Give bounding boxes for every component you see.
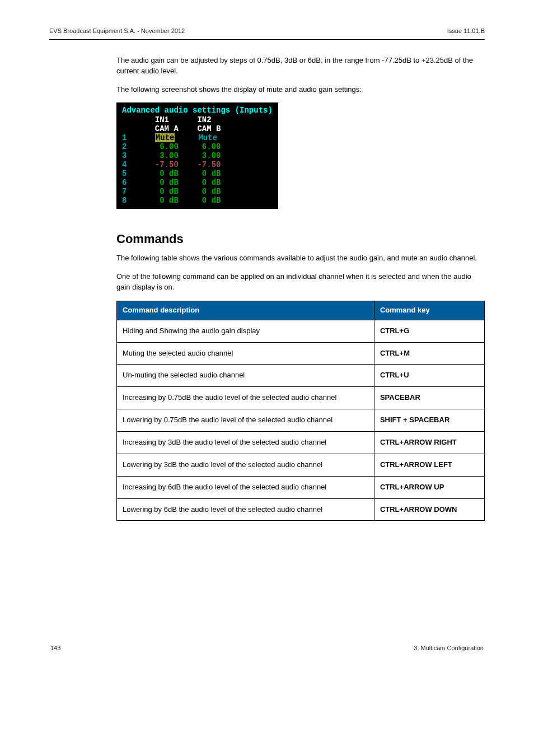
terminal-title: Advanced audio settings (Inputs) — [122, 106, 273, 115]
terminal-row-left: 0 dB — [155, 169, 179, 178]
terminal-row: 1 Mute Mute — [122, 133, 273, 142]
header-left: EVS Broadcast Equipment S.A. - November … — [49, 27, 185, 36]
terminal-row: 6 0 dB 0 dB — [122, 178, 273, 187]
table-header-key: Command key — [374, 301, 484, 320]
row-key: CTRL+ARROW UP — [374, 476, 484, 498]
table-row: Increasing by 3dB the audio level of the… — [117, 431, 485, 454]
row-description: Hiding and Showing the audio gain displa… — [117, 320, 374, 342]
section-heading: Commands — [116, 230, 485, 248]
terminal-row: 7 0 dB 0 dB — [122, 187, 273, 196]
section-para-1: The following table shows the various co… — [116, 253, 485, 264]
row-description: Increasing by 0.75dB the audio level of … — [117, 387, 374, 409]
table-row: Increasing by 6dB the audio level of the… — [117, 476, 485, 498]
row-key: CTRL+ARROW LEFT — [374, 454, 484, 476]
row-description: Lowering by 6dB the audio level of the s… — [117, 498, 374, 521]
table-row: Hiding and Showing the audio gain displa… — [117, 320, 485, 342]
terminal-row-right: 0 dB — [197, 169, 221, 178]
terminal-row: 2 6.00 6.00 — [122, 142, 273, 151]
row-key: CTRL+U — [374, 365, 484, 387]
terminal-row-right: -7.50 — [197, 160, 221, 169]
terminal-row: 4 -7.50 -7.50 — [122, 160, 273, 169]
header-right: Issue 11.01.B — [447, 27, 485, 36]
commands-table: Command description Command key Hiding a… — [116, 301, 485, 521]
terminal-row-left: 6.00 — [155, 142, 179, 151]
intro-para-1: The audio gain can be adjusted by steps … — [116, 55, 485, 77]
terminal-row: 3 3.00 3.00 — [122, 151, 273, 160]
table-row: Muting the selected audio channelCTRL+M — [117, 342, 485, 365]
terminal-row: 8 0 dB 0 dB — [122, 196, 273, 205]
table-header-desc: Command description — [117, 301, 374, 320]
row-description: Lowering by 0.75dB the audio level of th… — [117, 409, 374, 432]
row-key: CTRL+M — [374, 342, 484, 365]
terminal-row-right: 0 dB — [197, 196, 221, 205]
terminal-row: 5 0 dB 0 dB — [122, 169, 273, 178]
footer-section: 3. Multicam Configuration — [414, 644, 484, 653]
table-row: Lowering by 3dB the audio level of the s… — [117, 454, 485, 476]
row-key: CTRL+ARROW RIGHT — [374, 431, 484, 454]
row-description: Muting the selected audio channel — [117, 342, 374, 365]
terminal-row-right: 0 dB — [197, 178, 221, 187]
terminal-row-right: 6.00 — [197, 142, 221, 151]
terminal-row-right: 0 dB — [197, 187, 221, 196]
table-row: Lowering by 6dB the audio level of the s… — [117, 498, 485, 521]
page-header: EVS Broadcast Equipment S.A. - November … — [49, 27, 485, 40]
terminal-head1: IN1 IN2 — [122, 115, 273, 124]
terminal-row-left: Mute — [155, 133, 175, 142]
terminal-row-left: 0 dB — [155, 187, 179, 196]
row-key: SHIFT + SPACEBAR — [374, 409, 484, 432]
content-area: The audio gain can be adjusted by steps … — [116, 55, 485, 521]
page-footer: 143 3. Multicam Configuration — [49, 644, 485, 653]
row-key: SPACEBAR — [374, 387, 484, 409]
row-description: Increasing by 6dB the audio level of the… — [117, 476, 374, 498]
section-para-2: One of the following command can be appl… — [116, 272, 485, 293]
table-row: Increasing by 0.75dB the audio level of … — [117, 387, 485, 409]
row-description: Un-muting the selected audio channel — [117, 365, 374, 387]
row-key: CTRL+ARROW DOWN — [374, 498, 484, 521]
row-description: Increasing by 3dB the audio level of the… — [117, 431, 374, 454]
row-key: CTRL+G — [374, 320, 484, 342]
table-row: Lowering by 0.75dB the audio level of th… — [117, 409, 485, 432]
terminal-row-right: Mute — [198, 133, 217, 142]
intro-para-2: The following screenshot shows the displ… — [116, 85, 485, 95]
terminal-screenshot: Advanced audio settings (Inputs) IN1 IN2… — [116, 102, 278, 208]
terminal-row-right: 3.00 — [197, 151, 221, 160]
footer-page-number: 143 — [50, 644, 60, 653]
terminal-head2: CAM A CAM B — [122, 124, 273, 133]
terminal-row-left: -7.50 — [155, 160, 179, 169]
terminal-row-left: 0 dB — [155, 196, 179, 205]
terminal-row-left: 0 dB — [155, 178, 179, 187]
terminal-row-left: 3.00 — [155, 151, 179, 160]
table-row: Un-muting the selected audio channelCTRL… — [117, 365, 485, 387]
row-description: Lowering by 3dB the audio level of the s… — [117, 454, 374, 476]
